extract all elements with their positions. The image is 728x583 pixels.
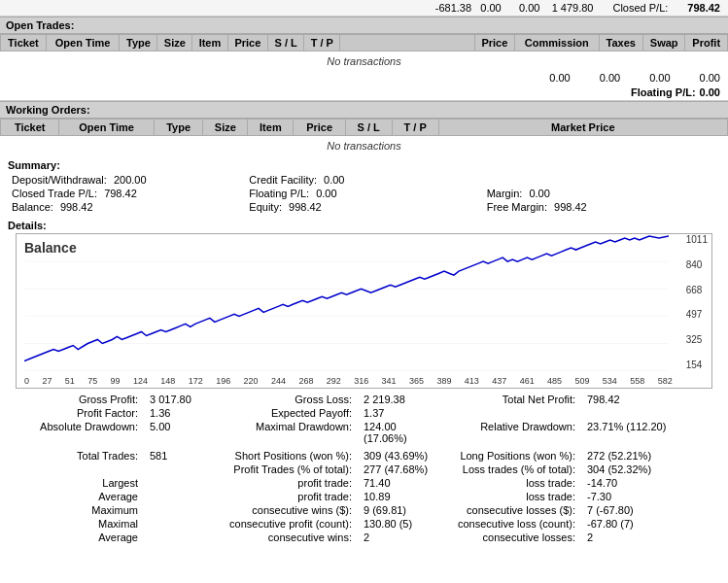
margin-label: Margin: [487, 188, 523, 199]
x-label: 341 [382, 376, 397, 386]
avg-consec-losses-value: 2 [581, 531, 720, 544]
details-title: Details: [8, 220, 720, 231]
wo-col-type: Type [154, 120, 202, 136]
x-label: 51 [65, 376, 75, 386]
max-consec-wins-value: 9 (69.81) [358, 503, 435, 517]
x-label: 485 [547, 376, 562, 386]
average-label: Average [8, 490, 144, 503]
open-trades-table: Ticket Open Time Type Size Item Price S … [0, 34, 728, 71]
col-profit: Profit [685, 35, 728, 51]
x-label: 220 [244, 376, 259, 386]
abs-drawdown-label: Absolute Drawdown: [8, 420, 144, 445]
floating-pl2-value: 0.00 [316, 188, 336, 199]
expected-payoff-label: Expected Payoff: [222, 406, 358, 420]
subtotal-4: 0.00 [700, 72, 720, 84]
subtotal-2: 0.00 [600, 72, 620, 84]
x-label: 196 [216, 376, 230, 386]
summary-cell: Deposit/Withdrawal: 200.00 [8, 173, 245, 187]
wo-col-open-time: Open Time [59, 120, 155, 136]
working-orders-no-data: No transactions [1, 136, 728, 156]
avg-consec-wins-value: 2 [358, 531, 435, 544]
average-profit-label: profit trade: [222, 490, 358, 503]
largest-loss-value: -14.70 [581, 476, 720, 490]
equity-value: 998.42 [289, 201, 322, 213]
col-type: Type [120, 35, 157, 51]
top-bar-values: -681.38 0.00 0.00 1 479.80 Closed P/L: 7… [435, 2, 720, 14]
stats-table: Gross Profit: 3 017.80 Gross Loss: 2 219… [8, 393, 720, 544]
free-margin-label: Free Margin: [487, 201, 547, 213]
col-ticket: Ticket [1, 35, 47, 51]
max-drawdown-value: 124.00 (17.06%) [358, 420, 435, 445]
y-label-5: 325 [686, 334, 708, 345]
x-label: 99 [111, 376, 121, 386]
profit-factor-value: 1.36 [144, 406, 222, 420]
top-bar: -681.38 0.00 0.00 1 479.80 Closed P/L: 7… [0, 0, 728, 17]
summary-row-1: Deposit/Withdrawal: 200.00 Credit Facili… [8, 173, 720, 187]
profit-trades-label: Profit Trades (% of total): [222, 463, 358, 476]
short-positions-label: Short Positions (won %): [222, 449, 358, 463]
summary-cell: Margin: 0.00 [483, 187, 720, 200]
subtotal-1: 0.00 [549, 72, 570, 84]
floating-pl-value: 0.00 [700, 86, 720, 98]
col-sl: S / L [268, 35, 304, 51]
wo-col-tp: T / P [392, 120, 438, 136]
x-label: 244 [271, 376, 286, 386]
total-net-profit-value: 798.42 [581, 393, 720, 406]
stats-row-9: Maximal consecutive profit (count): 130.… [8, 517, 720, 531]
equity-label: Equity: [249, 201, 282, 213]
summary-section: Summary: Deposit/Withdrawal: 200.00 Cred… [0, 155, 728, 218]
summary-row-2: Closed Trade P/L: 798.42 Floating P/L: 0… [8, 187, 720, 200]
maximal-consec-profit-value: 130.80 (5) [358, 517, 435, 531]
gross-loss-value: 2 219.38 [358, 393, 435, 406]
average-profit-value: 10.89 [358, 490, 435, 503]
margin-value: 0.00 [529, 188, 549, 199]
stats-row-8: Maximum consecutive wins ($): 9 (69.81) … [8, 503, 720, 517]
stats-row-2: Profit Factor: 1.36 Expected Payoff: 1.3… [8, 406, 720, 420]
maximal-consec-loss-label: consecutive loss (count): [435, 517, 581, 531]
summary-cell: Balance: 998.42 [8, 200, 245, 214]
x-label: 413 [465, 376, 479, 386]
x-label: 0 [24, 376, 29, 386]
loss-trades-label: Loss trades (% of total): [435, 463, 581, 476]
stats-row-1: Gross Profit: 3 017.80 Gross Loss: 2 219… [8, 393, 720, 406]
max-consec-losses-value: 7 (-67.80) [581, 503, 720, 517]
deposit-value: 200.00 [114, 174, 147, 186]
stats-row-6: Largest profit trade: 71.40 loss trade: … [8, 476, 720, 490]
chart-svg [24, 234, 669, 371]
closed-trade-pl-value: 798.42 [104, 188, 137, 199]
floating-pl-label: Floating P/L: [631, 86, 696, 98]
y-label-4: 497 [686, 309, 708, 320]
wo-col-size: Size [203, 120, 248, 136]
profit-factor-label: Profit Factor: [8, 406, 144, 420]
working-orders-columns: Ticket Open Time Type Size Item Price S … [1, 120, 728, 136]
credit-label: Credit Facility: [249, 174, 317, 186]
x-label: 437 [492, 376, 506, 386]
y-label-2: 840 [686, 259, 708, 270]
total-trades-label: Total Trades: [8, 449, 144, 463]
free-margin-value: 998.42 [554, 201, 587, 213]
largest-profit-label: profit trade: [222, 476, 358, 490]
x-label: 27 [42, 376, 52, 386]
avg-consec-losses-label: consecutive losses: [435, 531, 581, 544]
short-positions-value: 309 (43.69%) [358, 449, 435, 463]
x-label: 292 [327, 376, 341, 386]
gross-profit-label: Gross Profit: [8, 393, 144, 406]
col-swap: Swap [642, 35, 684, 51]
closed-pl-label: Closed P/L: [612, 2, 668, 14]
rel-drawdown-value: 23.71% (112.20) [581, 420, 720, 445]
x-label: 461 [520, 376, 535, 386]
col-price2: Price [474, 35, 514, 51]
stats-row-7: Average profit trade: 10.89 loss trade: … [8, 490, 720, 503]
open-trades-columns: Ticket Open Time Type Size Item Price S … [1, 35, 728, 51]
total-trades-value: 581 [144, 449, 222, 463]
col-price: Price [227, 35, 267, 51]
summary-cell [483, 173, 720, 187]
maximum-label: Maximum [8, 503, 144, 517]
open-trades-header: Open Trades: [0, 17, 728, 34]
expected-payoff-value: 1.37 [358, 406, 435, 420]
open-trades-no-data: No transactions [1, 51, 728, 72]
floating-pl-row: Floating P/L: 0.00 [0, 85, 728, 101]
subtotal-3: 0.00 [649, 72, 670, 84]
summary-cell: Credit Facility: 0.00 [245, 173, 482, 187]
maximal-consec-loss-value: -67.80 (7) [581, 517, 720, 531]
